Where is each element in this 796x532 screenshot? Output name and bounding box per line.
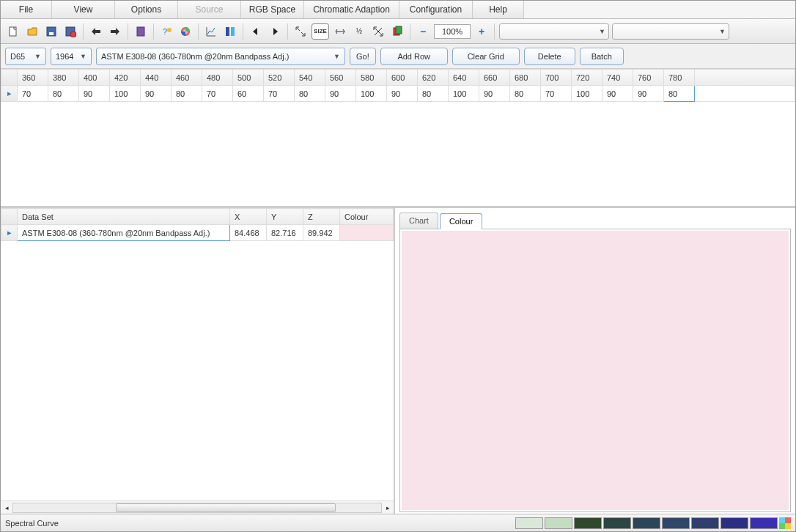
spectral-cell[interactable]: 90 [325, 86, 356, 102]
delete-button[interactable]: Delete [524, 48, 575, 65]
delete-save-icon[interactable] [62, 23, 78, 40]
batch-button[interactable]: Batch [580, 48, 624, 65]
spectral-grid[interactable]: 3603804004204404604805005205405605806006… [1, 69, 795, 207]
scroll-right-icon[interactable]: ▸ [382, 504, 394, 511]
spectral-cell[interactable]: 90 [79, 86, 110, 102]
menu-configuration[interactable]: Configuration [399, 1, 473, 18]
h-scrollbar[interactable]: ◂ ▸ [1, 500, 394, 514]
half-icon[interactable]: ½ [351, 23, 367, 40]
chart-line-icon[interactable] [203, 23, 219, 40]
spectral-cell[interactable]: 100 [449, 86, 479, 102]
spectral-cell[interactable]: 80 [48, 86, 79, 102]
status-swatch[interactable] [691, 517, 719, 529]
cell-z[interactable]: 89.942 [303, 225, 340, 241]
wavelength-header[interactable]: 720 [572, 70, 602, 86]
menu-file[interactable]: File [1, 1, 52, 18]
copy-colour-icon[interactable] [389, 23, 405, 40]
spectral-cell[interactable]: 80 [172, 86, 202, 102]
scroll-left-icon[interactable]: ◂ [1, 504, 12, 511]
spectral-cell[interactable]: 80 [664, 86, 695, 102]
toolbar-combo-2[interactable]: ▼ [612, 23, 729, 40]
prev-icon[interactable] [248, 23, 264, 40]
cell-y[interactable]: 82.716 [267, 225, 303, 241]
cell-dataset-name[interactable]: ASTM E308-08 (360-780nm @20nm Bandpass A… [18, 225, 230, 241]
illuminant-dropdown[interactable]: D65▼ [5, 48, 46, 65]
wavelength-header[interactable]: 660 [479, 70, 510, 86]
status-swatch[interactable] [633, 517, 660, 529]
wavelength-header[interactable]: 560 [325, 70, 356, 86]
wavelength-header[interactable]: 540 [295, 70, 325, 86]
spectral-cell[interactable]: 70 [264, 86, 295, 102]
spectral-cell[interactable]: 90 [141, 86, 172, 102]
wavelength-header[interactable]: 520 [264, 70, 295, 86]
scale-fit-icon[interactable] [292, 23, 309, 40]
wavelength-header[interactable]: 580 [356, 70, 387, 86]
spectral-cell[interactable]: 70 [18, 86, 48, 102]
spectral-cell[interactable]: 90 [387, 86, 418, 102]
menu-view[interactable]: View [52, 1, 115, 18]
zoom-value[interactable]: 100% [434, 24, 471, 39]
wavelength-header[interactable]: 360 [18, 70, 48, 86]
dataset-grid[interactable]: Data Set X Y Z Colour ▸ ASTM E308-08 (36… [1, 208, 394, 500]
spectral-cell[interactable]: 90 [479, 86, 510, 102]
zoom-in-icon[interactable]: + [473, 23, 490, 40]
col-dataset[interactable]: Data Set [18, 209, 230, 225]
wavelength-header[interactable]: 760 [633, 70, 664, 86]
wavelength-header[interactable]: 420 [110, 70, 141, 86]
spectral-cell[interactable]: 100 [356, 86, 387, 102]
status-swatch[interactable] [515, 517, 543, 529]
spectral-cell[interactable]: 100 [572, 86, 602, 102]
scroll-thumb[interactable] [116, 503, 336, 512]
save-icon[interactable] [43, 23, 59, 40]
observer-dropdown[interactable]: 1964▼ [51, 48, 92, 65]
add-row-button[interactable]: Add Row [380, 48, 448, 65]
spectral-cell[interactable]: 70 [541, 86, 572, 102]
col-colour[interactable]: Colour [340, 209, 394, 225]
help-hint-icon[interactable]: ? [158, 23, 174, 40]
status-swatch[interactable] [662, 517, 690, 529]
col-z[interactable]: Z [303, 209, 340, 225]
status-swatch[interactable] [574, 517, 602, 529]
spectral-cell[interactable]: 80 [295, 86, 325, 102]
spectral-cell[interactable]: 100 [110, 86, 141, 102]
palette-icon[interactable] [222, 23, 238, 40]
wavelength-header[interactable]: 640 [449, 70, 479, 86]
wavelength-header[interactable]: 440 [141, 70, 172, 86]
size-icon[interactable]: SIZE [312, 23, 329, 40]
export-icon[interactable] [107, 23, 123, 40]
status-swatch[interactable] [545, 517, 572, 529]
open-icon[interactable] [24, 23, 40, 40]
spectral-cell[interactable]: 80 [510, 86, 541, 102]
tab-colour[interactable]: Colour [440, 213, 482, 229]
col-x[interactable]: X [230, 209, 267, 225]
col-y[interactable]: Y [267, 209, 303, 225]
new-icon[interactable] [5, 23, 21, 40]
wavelength-header[interactable]: 480 [202, 70, 233, 86]
menu-help[interactable]: Help [473, 1, 524, 18]
book-icon[interactable] [133, 23, 149, 40]
spectral-cell[interactable]: 60 [233, 86, 264, 102]
scroll-track[interactable] [12, 503, 382, 513]
toolbar-combo-1[interactable]: ▼ [499, 23, 609, 40]
wavelength-header[interactable]: 700 [541, 70, 572, 86]
wavelength-header[interactable]: 680 [510, 70, 541, 86]
method-dropdown[interactable]: ASTM E308-08 (360-780nm @20nm Bandpass A… [96, 48, 345, 65]
status-swatch[interactable] [721, 517, 748, 529]
menu-options[interactable]: Options [115, 1, 178, 18]
spectral-cell[interactable]: 70 [202, 86, 233, 102]
cell-x[interactable]: 84.468 [230, 225, 267, 241]
zoom-out-icon[interactable]: − [415, 23, 431, 40]
spectral-cell[interactable]: 90 [602, 86, 633, 102]
wavelength-header[interactable]: 460 [172, 70, 202, 86]
wavelength-header[interactable]: 380 [48, 70, 79, 86]
cell-colour[interactable] [340, 225, 394, 241]
wavelength-header[interactable]: 740 [602, 70, 633, 86]
menu-rgb-space[interactable]: RGB Space [241, 1, 304, 18]
next-icon[interactable] [267, 23, 283, 40]
spectral-cell[interactable]: 90 [633, 86, 664, 102]
status-swatch[interactable] [750, 517, 778, 529]
spectral-cell[interactable]: 80 [418, 86, 449, 102]
menu-chromatic-adaption[interactable]: Chromatic Adaption [304, 1, 399, 18]
pixel-icon[interactable] [779, 517, 791, 529]
tab-chart[interactable]: Chart [399, 213, 438, 229]
